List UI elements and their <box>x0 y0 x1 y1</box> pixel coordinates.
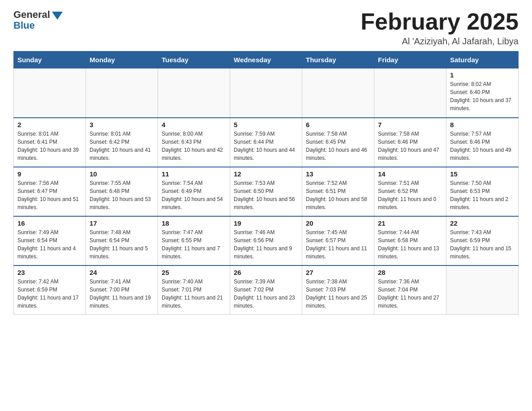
day-info: Sunrise: 7:43 AMSunset: 6:59 PMDaylight:… <box>450 228 515 261</box>
day-info: Sunrise: 7:40 AMSunset: 7:01 PMDaylight:… <box>162 278 226 310</box>
col-saturday: Saturday <box>446 51 519 68</box>
calendar-table: Sunday Monday Tuesday Wednesday Thursday… <box>13 51 519 315</box>
col-sunday: Sunday <box>14 51 86 68</box>
page-header: General Blue February 2025 Al 'Aziziyah,… <box>13 9 519 47</box>
logo-general-text: General <box>13 9 50 21</box>
day-number: 18 <box>162 219 226 227</box>
calendar-cell: 6Sunrise: 7:58 AMSunset: 6:45 PMDaylight… <box>302 118 374 167</box>
calendar-cell: 15Sunrise: 7:50 AMSunset: 6:53 PMDayligh… <box>446 167 519 216</box>
day-info: Sunrise: 7:58 AMSunset: 6:45 PMDaylight:… <box>306 130 370 162</box>
calendar-cell <box>230 68 302 118</box>
day-info: Sunrise: 7:38 AMSunset: 7:03 PMDaylight:… <box>306 278 370 310</box>
calendar-cell: 1Sunrise: 8:02 AMSunset: 6:40 PMDaylight… <box>446 68 519 118</box>
day-info: Sunrise: 7:39 AMSunset: 7:02 PMDaylight:… <box>234 278 298 310</box>
day-number: 25 <box>162 269 226 276</box>
calendar-cell: 12Sunrise: 7:53 AMSunset: 6:50 PMDayligh… <box>230 167 302 216</box>
day-number: 15 <box>450 170 515 178</box>
day-number: 9 <box>17 170 82 178</box>
col-friday: Friday <box>374 51 446 68</box>
calendar-cell: 23Sunrise: 7:42 AMSunset: 6:59 PMDayligh… <box>14 265 86 315</box>
day-number: 10 <box>90 170 154 178</box>
calendar-cell <box>158 68 230 118</box>
day-number: 3 <box>90 121 154 128</box>
day-info: Sunrise: 7:41 AMSunset: 7:00 PMDaylight:… <box>90 278 154 310</box>
day-info: Sunrise: 7:46 AMSunset: 6:56 PMDaylight:… <box>234 228 298 261</box>
day-number: 4 <box>162 121 226 128</box>
day-number: 22 <box>450 219 515 227</box>
day-info: Sunrise: 7:45 AMSunset: 6:57 PMDaylight:… <box>306 228 370 261</box>
day-info: Sunrise: 8:00 AMSunset: 6:43 PMDaylight:… <box>162 130 226 162</box>
calendar-cell <box>374 68 446 118</box>
calendar-cell: 10Sunrise: 7:55 AMSunset: 6:48 PMDayligh… <box>86 167 158 216</box>
calendar-cell: 7Sunrise: 7:58 AMSunset: 6:46 PMDaylight… <box>374 118 446 167</box>
calendar-cell: 4Sunrise: 8:00 AMSunset: 6:43 PMDaylight… <box>158 118 230 167</box>
day-number: 24 <box>90 269 154 276</box>
calendar-cell: 19Sunrise: 7:46 AMSunset: 6:56 PMDayligh… <box>230 216 302 265</box>
calendar-cell: 24Sunrise: 7:41 AMSunset: 7:00 PMDayligh… <box>86 265 158 315</box>
calendar-cell <box>86 68 158 118</box>
day-number: 1 <box>450 71 515 79</box>
day-info: Sunrise: 7:49 AMSunset: 6:54 PMDaylight:… <box>17 228 82 261</box>
calendar-cell: 9Sunrise: 7:56 AMSunset: 6:47 PMDaylight… <box>14 167 86 216</box>
day-info: Sunrise: 7:48 AMSunset: 6:54 PMDaylight:… <box>90 228 154 261</box>
calendar-cell: 20Sunrise: 7:45 AMSunset: 6:57 PMDayligh… <box>302 216 374 265</box>
logo-blue-text: Blue <box>13 20 35 31</box>
day-info: Sunrise: 7:54 AMSunset: 6:49 PMDaylight:… <box>162 179 226 211</box>
day-number: 20 <box>306 219 370 227</box>
day-info: Sunrise: 7:52 AMSunset: 6:51 PMDaylight:… <box>306 179 370 211</box>
calendar-cell: 26Sunrise: 7:39 AMSunset: 7:02 PMDayligh… <box>230 265 302 315</box>
day-info: Sunrise: 7:44 AMSunset: 6:58 PMDaylight:… <box>378 228 442 261</box>
calendar-cell <box>302 68 374 118</box>
logo: General Blue <box>13 9 63 31</box>
calendar-cell: 25Sunrise: 7:40 AMSunset: 7:01 PMDayligh… <box>158 265 230 315</box>
day-info: Sunrise: 7:55 AMSunset: 6:48 PMDaylight:… <box>90 179 154 211</box>
title-block: February 2025 Al 'Aziziyah, Al Jafarah, … <box>360 9 519 47</box>
calendar-week-row: 23Sunrise: 7:42 AMSunset: 6:59 PMDayligh… <box>14 265 519 315</box>
calendar-cell: 8Sunrise: 7:57 AMSunset: 6:46 PMDaylight… <box>446 118 519 167</box>
day-number: 6 <box>306 121 370 128</box>
day-number: 28 <box>378 269 442 276</box>
day-number: 14 <box>378 170 442 178</box>
day-number: 13 <box>306 170 370 178</box>
calendar-week-row: 9Sunrise: 7:56 AMSunset: 6:47 PMDaylight… <box>14 167 519 216</box>
calendar-cell: 21Sunrise: 7:44 AMSunset: 6:58 PMDayligh… <box>374 216 446 265</box>
calendar-cell <box>446 265 519 315</box>
calendar-cell: 27Sunrise: 7:38 AMSunset: 7:03 PMDayligh… <box>302 265 374 315</box>
col-thursday: Thursday <box>302 51 374 68</box>
day-number: 8 <box>450 121 515 128</box>
day-number: 26 <box>234 269 298 276</box>
col-wednesday: Wednesday <box>230 51 302 68</box>
day-info: Sunrise: 7:57 AMSunset: 6:46 PMDaylight:… <box>450 130 515 162</box>
calendar-cell: 11Sunrise: 7:54 AMSunset: 6:49 PMDayligh… <box>158 167 230 216</box>
logo-arrow-icon <box>52 12 63 20</box>
calendar-cell: 5Sunrise: 7:59 AMSunset: 6:44 PMDaylight… <box>230 118 302 167</box>
calendar-cell: 14Sunrise: 7:51 AMSunset: 6:52 PMDayligh… <box>374 167 446 216</box>
day-number: 19 <box>234 219 298 227</box>
day-info: Sunrise: 7:53 AMSunset: 6:50 PMDaylight:… <box>234 179 298 211</box>
calendar-title: February 2025 <box>360 9 519 34</box>
day-number: 27 <box>306 269 370 276</box>
day-number: 7 <box>378 121 442 128</box>
col-monday: Monday <box>86 51 158 68</box>
header-row: Sunday Monday Tuesday Wednesday Thursday… <box>14 51 519 68</box>
calendar-cell: 18Sunrise: 7:47 AMSunset: 6:55 PMDayligh… <box>158 216 230 265</box>
day-number: 11 <box>162 170 226 178</box>
day-info: Sunrise: 7:59 AMSunset: 6:44 PMDaylight:… <box>234 130 298 162</box>
calendar-cell <box>14 68 86 118</box>
calendar-cell: 3Sunrise: 8:01 AMSunset: 6:42 PMDaylight… <box>86 118 158 167</box>
day-number: 21 <box>378 219 442 227</box>
day-number: 2 <box>17 121 82 128</box>
day-number: 12 <box>234 170 298 178</box>
day-info: Sunrise: 7:50 AMSunset: 6:53 PMDaylight:… <box>450 179 515 211</box>
calendar-subtitle: Al 'Aziziyah, Al Jafarah, Libya <box>360 36 519 47</box>
day-info: Sunrise: 8:01 AMSunset: 6:41 PMDaylight:… <box>17 130 82 162</box>
day-info: Sunrise: 7:36 AMSunset: 7:04 PMDaylight:… <box>378 278 442 310</box>
calendar-body: 1Sunrise: 8:02 AMSunset: 6:40 PMDaylight… <box>14 68 519 315</box>
calendar-cell: 28Sunrise: 7:36 AMSunset: 7:04 PMDayligh… <box>374 265 446 315</box>
day-info: Sunrise: 7:47 AMSunset: 6:55 PMDaylight:… <box>162 228 226 261</box>
calendar-cell: 16Sunrise: 7:49 AMSunset: 6:54 PMDayligh… <box>14 216 86 265</box>
calendar-week-row: 16Sunrise: 7:49 AMSunset: 6:54 PMDayligh… <box>14 216 519 265</box>
calendar-week-row: 1Sunrise: 8:02 AMSunset: 6:40 PMDaylight… <box>14 68 519 118</box>
day-number: 5 <box>234 121 298 128</box>
day-info: Sunrise: 7:51 AMSunset: 6:52 PMDaylight:… <box>378 179 442 211</box>
